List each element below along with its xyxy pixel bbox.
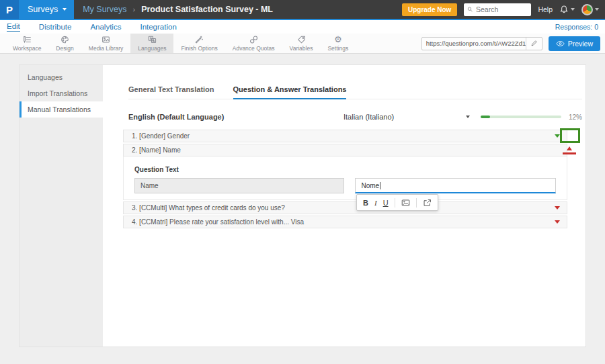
eye-icon [556, 40, 565, 47]
toolbar-divider [395, 198, 395, 208]
palette-icon [60, 35, 70, 44]
question-row-ccmulti[interactable]: 3. [CCMulti] What types of credit cards … [123, 201, 567, 214]
insert-image-button[interactable] [401, 199, 410, 207]
format-toolbar: B I U [356, 194, 438, 211]
manual-translations-content: General Text Translation Question & Answ… [103, 65, 592, 347]
chevron-down-icon [63, 8, 67, 11]
underline-button[interactable]: U [383, 199, 389, 207]
sidebar-item-manual-translations[interactable]: Manual Translations [19, 101, 103, 118]
tab-question-answer-translations[interactable]: Question & Answer Translations [233, 85, 347, 99]
workspace-icon [22, 35, 32, 44]
sidebar-item-import-translations[interactable]: Import Translations [19, 85, 103, 101]
preview-button[interactable]: Preview [549, 36, 600, 51]
collapse-icon [567, 146, 572, 150]
collapse-control[interactable] [562, 146, 577, 154]
translation-progress-fill [481, 116, 490, 118]
survey-url-text: https://questionpro.com/t/AW22Zd1S1 [422, 40, 526, 47]
text-cursor [380, 182, 380, 189]
italic-button[interactable]: I [374, 199, 377, 207]
question-title: 2. [Name] Name [132, 146, 181, 154]
translation-text-field[interactable]: Nome [355, 178, 556, 193]
chevron-down-icon [466, 116, 470, 118]
question-title: 1. [Gender] Gender [132, 132, 190, 140]
expand-icon[interactable] [555, 220, 560, 224]
question-title: 4. [CCMatri] Please rate your satisfacti… [132, 218, 304, 226]
nav-edit[interactable]: Edit [7, 22, 20, 32]
external-link-button[interactable] [423, 199, 432, 207]
question-row-ccmatri[interactable]: 4. [CCMatri] Please rate your satisfacti… [123, 216, 567, 228]
translate-icon [147, 35, 157, 44]
questionpro-logo[interactable]: P [0, 0, 19, 19]
translations-sidebar: Languages Import Translations Manual Tra… [19, 65, 103, 347]
toolbar-item-design[interactable]: Design [48, 34, 81, 53]
toolbar-item-advance-quotas[interactable]: Advance Quotas [225, 34, 282, 53]
source-text-field [134, 178, 344, 193]
chevron-down-icon [595, 8, 599, 11]
translation-inputs: Nome [134, 178, 556, 193]
questionpro-app: P Surveys My Surveys › Product Satisfact… [0, 0, 605, 364]
collapse-underline [563, 152, 576, 154]
surveys-product-menu[interactable]: Surveys [19, 0, 74, 19]
toolbar-item-workspace[interactable]: Workspace [5, 34, 48, 53]
help-link[interactable]: Help [538, 5, 553, 13]
highlight-box [560, 128, 580, 143]
language-selection-row: English (Default Language) Italian (Ital… [128, 113, 582, 121]
translation-text-value: Nome [361, 182, 379, 189]
bold-button[interactable]: B [363, 199, 368, 207]
header-right-group: Upgrade Now Help [402, 3, 605, 16]
expand-icon[interactable] [555, 206, 560, 210]
target-language-value: Italian (Italiano) [344, 113, 394, 121]
pencil-icon [530, 40, 538, 47]
survey-url-group: https://questionpro.com/t/AW22Zd1S1 Prev… [421, 34, 605, 53]
breadcrumb-separator: › [132, 5, 135, 13]
source-language-label: English (Default Language) [128, 113, 344, 121]
question-row-name[interactable]: 2. [Name] Name [123, 144, 567, 156]
edit-toolbar: Workspace Design Media Library Languages… [0, 34, 605, 54]
nav-integration[interactable]: Integration [140, 23, 176, 31]
search-input[interactable] [476, 5, 528, 13]
gear-icon: ⚙ [334, 35, 342, 44]
bell-icon [559, 5, 569, 14]
survey-url-field[interactable]: https://questionpro.com/t/AW22Zd1S1 [421, 37, 542, 50]
question-row-gender[interactable]: 1. [Gender] Gender [123, 130, 567, 142]
target-language-dropdown[interactable]: Italian (Italiano) [344, 113, 470, 121]
section-nav: Edit Distribute Analytics Integration Re… [0, 20, 605, 34]
toolbar-divider [416, 198, 417, 208]
sidebar-item-languages[interactable]: Languages [19, 69, 103, 85]
translation-progress-bar [481, 116, 561, 118]
upgrade-now-button[interactable]: Upgrade Now [402, 3, 457, 16]
edit-url-button[interactable] [526, 38, 542, 50]
translations-panel: Languages Import Translations Manual Tra… [19, 64, 586, 347]
account-menu[interactable] [581, 4, 599, 15]
chevron-down-icon [571, 8, 575, 11]
question-title: 3. [CCMulti] What types of credit cards … [132, 204, 285, 212]
translation-editor: Question Text Nome B I U [123, 156, 567, 200]
notifications-menu[interactable] [559, 5, 575, 14]
responses-count[interactable]: Responses: 0 [555, 23, 598, 31]
breadcrumb: My Surveys › Product Satisfaction Survey… [83, 5, 273, 14]
avatar [581, 4, 593, 15]
toolbar-item-media-library[interactable]: Media Library [81, 34, 131, 53]
toolbar-item-languages[interactable]: Languages [130, 34, 173, 53]
tab-general-text-translation[interactable]: General Text Translation [128, 85, 214, 99]
question-list: 1. [Gender] Gender 2. [Name] Name Questi… [123, 130, 567, 228]
search-icon [467, 6, 473, 13]
breadcrumb-my-surveys[interactable]: My Surveys [83, 5, 126, 14]
question-text-label: Question Text [134, 166, 556, 173]
translation-progress-percent: 12% [569, 113, 582, 121]
surveys-menu-label: Surveys [28, 5, 58, 14]
toolbar-item-settings[interactable]: ⚙ Settings [320, 34, 356, 53]
global-search[interactable] [464, 3, 531, 16]
toolbar-item-finish-options[interactable]: Finish Options [173, 34, 225, 53]
top-header: P Surveys My Surveys › Product Satisfact… [0, 0, 605, 20]
nav-analytics[interactable]: Analytics [90, 23, 121, 31]
nav-distribute[interactable]: Distribute [39, 23, 72, 31]
tag-icon [296, 35, 307, 44]
toolbar-item-variables[interactable]: Variables [282, 34, 321, 53]
translation-tabs: General Text Translation Question & Answ… [128, 85, 582, 99]
chain-links-icon [249, 35, 259, 44]
magic-wand-icon [194, 35, 204, 44]
media-image-icon [101, 35, 111, 44]
expand-icon[interactable] [555, 134, 560, 138]
breadcrumb-survey-title: Product Satisfaction Survey - ML [141, 5, 273, 14]
